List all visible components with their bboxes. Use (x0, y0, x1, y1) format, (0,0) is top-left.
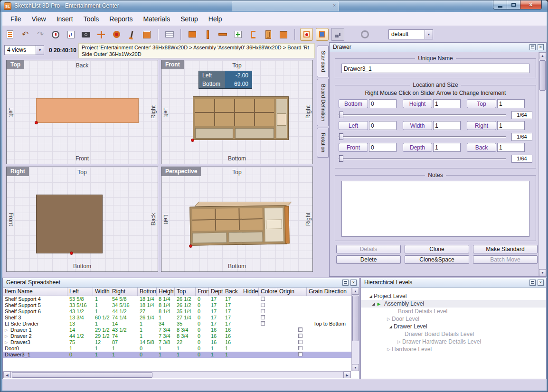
new-document-icon[interactable] (3, 28, 17, 41)
cell-right[interactable]: 54 5/8 (110, 296, 138, 302)
scrollbar-thumb[interactable] (539, 60, 546, 91)
origin-handle[interactable] (35, 121, 38, 124)
dimension-value-input[interactable]: 1 (433, 143, 461, 152)
cell-origin[interactable] (277, 302, 307, 308)
board-shape[interactable] (36, 195, 103, 253)
tree-item[interactable]: ◢ Drawer Level (361, 323, 546, 330)
cell-right[interactable]: 14 (110, 321, 138, 327)
cell-left[interactable]: 53 5/8 (67, 296, 93, 302)
cell-back[interactable]: 17 (223, 315, 241, 321)
cell-height[interactable]: 8 1/4 (157, 308, 175, 315)
table-row[interactable]: ▷Drawer 2 44 1/2 29 1/2 74 1 7 3/4 8 3/4… (3, 333, 352, 339)
column-header[interactable]: Width (93, 288, 110, 296)
cell-width[interactable]: 60 1/2 (93, 315, 110, 321)
scroll-left-icon[interactable]: ◀ (3, 372, 11, 378)
rotate-tool-icon[interactable] (358, 28, 371, 41)
cell-left[interactable]: 44 1/2 (67, 333, 93, 339)
origin-checkbox[interactable] (298, 327, 302, 332)
cell-front[interactable]: 0 (196, 333, 209, 339)
dimension-button[interactable]: Left (339, 121, 368, 130)
cell-back[interactable]: 16 (223, 327, 241, 333)
dimension-value-input[interactable]: 1 (497, 143, 525, 152)
dimension-value-input[interactable]: 0 (369, 121, 397, 130)
colored-checkbox[interactable] (261, 321, 265, 326)
origin-checkbox[interactable] (298, 352, 302, 356)
awl-tool-icon[interactable] (125, 28, 138, 41)
tree-item[interactable]: ◢ ► Assembly Level (361, 300, 546, 308)
cell-top[interactable]: 1 (175, 352, 196, 358)
spreadsheet-toggle-icon[interactable] (163, 28, 176, 41)
dimension-button[interactable]: Depth (403, 143, 432, 152)
menu-item[interactable]: File (5, 13, 27, 25)
cell-width[interactable]: 1 (93, 321, 110, 327)
stopwatch-icon[interactable] (49, 28, 62, 41)
cell-bottom[interactable]: 0 (138, 345, 157, 352)
cell-bottom[interactable]: 0 (138, 352, 157, 358)
scroll-down-icon[interactable]: ▼ (352, 364, 359, 371)
cell-left[interactable]: 13 3/4 (67, 315, 93, 321)
tree-item[interactable]: Drawer Board Details Level (361, 330, 546, 338)
dimension-value-input[interactable]: 1 (433, 121, 461, 130)
cell-back[interactable]: 17 (223, 302, 241, 308)
cell-colored[interactable] (259, 333, 277, 339)
action-button[interactable]: Batch Move (473, 255, 538, 264)
cell-back[interactable]: 1 (223, 352, 241, 358)
tree-item[interactable]: ▷ Hardware Level (361, 345, 546, 353)
cell-hidden[interactable] (241, 302, 259, 308)
vertical-board-tool-icon[interactable] (201, 28, 214, 41)
float-panel-icon[interactable] (529, 280, 536, 286)
column-header[interactable]: Bottom (138, 288, 157, 296)
cell-height[interactable]: 7 3/4 (157, 327, 175, 333)
camera-icon[interactable] (79, 28, 93, 41)
drawer-front[interactable] (192, 232, 227, 243)
column-header[interactable]: Grain Direction (307, 288, 352, 296)
expand-icon[interactable]: ▷ (5, 339, 10, 345)
cell-left[interactable]: 43 1/2 (67, 308, 93, 315)
cell-back[interactable]: 16 (223, 333, 241, 339)
cell-colored[interactable] (259, 308, 277, 315)
cell-width[interactable]: 29 1/2 (93, 327, 110, 333)
cell-depth[interactable]: 17 (209, 302, 223, 308)
cell-colored[interactable] (259, 315, 277, 321)
branch-arrow-icon[interactable]: ◢ (387, 325, 394, 329)
cell-depth[interactable]: 16 (209, 327, 223, 333)
origin-checkbox[interactable] (298, 346, 302, 350)
cell-top[interactable]: 35 (175, 321, 196, 327)
cabinet-front-view[interactable] (193, 96, 289, 140)
cell-left[interactable]: 1 (67, 345, 93, 352)
column-header[interactable]: Right (110, 288, 138, 296)
cell-colored[interactable] (259, 352, 277, 358)
dimension-button[interactable]: Top (467, 99, 496, 108)
assembly-mode-toggle-button[interactable] (316, 28, 329, 41)
cell-bottom[interactable]: 26 1/4 (138, 315, 157, 321)
menu-item[interactable]: Reports (104, 13, 138, 25)
horizontal-board-tool-icon[interactable] (216, 28, 229, 41)
cell-grain-direction[interactable] (307, 302, 352, 308)
menu-item[interactable]: Help (203, 13, 227, 25)
cell-height[interactable]: 1 (157, 315, 175, 321)
tree-item[interactable]: ▷ Drawer Hardware Details Level (361, 338, 546, 345)
cell-top[interactable]: 26 1/2 (175, 296, 196, 302)
cell-origin[interactable] (277, 327, 307, 333)
dimension-button[interactable]: Height (403, 99, 432, 108)
cell-front[interactable]: 0 (196, 308, 209, 315)
action-button[interactable]: Clone (405, 245, 469, 253)
cell-hidden[interactable] (241, 327, 259, 333)
cell-left[interactable]: 13 (67, 321, 93, 327)
table-row[interactable]: ▷Drawer3 75 12 87 14 5/8 7 3/8 22 0 16 1… (3, 339, 352, 345)
cell-hidden[interactable] (241, 352, 259, 358)
cell-bottom[interactable]: 1 (138, 321, 157, 327)
slider-thumb[interactable] (339, 112, 343, 118)
cell-top[interactable]: 8 3/4 (175, 333, 196, 339)
cell-back[interactable]: 17 (223, 296, 241, 302)
cell-height[interactable]: 8 1/4 (157, 302, 175, 308)
cell-right[interactable]: 87 (110, 339, 138, 345)
chevron-down-icon[interactable]: ▼ (425, 30, 433, 39)
cell-grain-direction[interactable] (307, 333, 352, 339)
cell-depth[interactable]: 1 (209, 345, 223, 352)
slider-thumb[interactable] (339, 133, 343, 140)
panel-scrollbar[interactable]: ▲ ▼ (539, 52, 546, 276)
cell-grain-direction[interactable] (307, 315, 352, 321)
notes-textarea[interactable] (341, 181, 529, 237)
expand-icon[interactable]: ▷ (5, 327, 10, 333)
